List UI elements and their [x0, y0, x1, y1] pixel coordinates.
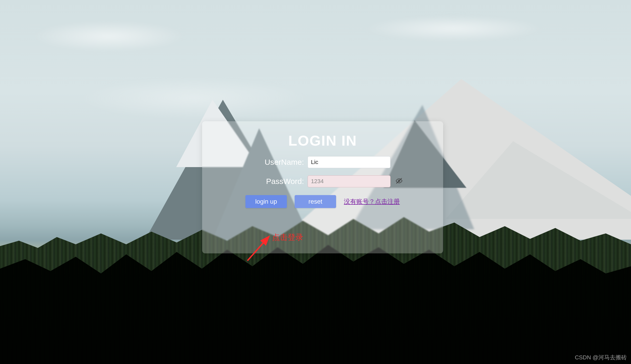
eye-off-icon	[395, 177, 403, 185]
watermark: CSDN @河马去搬砖	[575, 354, 627, 361]
username-row: UserName:	[202, 156, 443, 168]
username-label: UserName:	[255, 158, 304, 167]
password-label: PassWord:	[255, 177, 304, 186]
cloud	[363, 16, 544, 41]
reset-button[interactable]: reset	[295, 195, 336, 208]
login-page: LOGIN IN UserName: PassWord:	[0, 0, 631, 364]
password-input[interactable]	[308, 175, 391, 187]
cloud	[31, 21, 187, 52]
username-input[interactable]	[308, 156, 391, 168]
login-button[interactable]: login up	[245, 195, 287, 208]
toggle-password-visibility[interactable]	[395, 177, 403, 186]
register-link[interactable]: 没有账号？点击注册	[344, 197, 400, 206]
username-input-wrap	[308, 156, 391, 168]
password-row: PassWord:	[202, 175, 443, 187]
button-row: login up reset 没有账号？点击注册	[202, 195, 443, 208]
login-title: LOGIN IN	[202, 132, 443, 149]
login-card: LOGIN IN UserName: PassWord:	[202, 121, 443, 253]
password-input-wrap	[308, 175, 391, 187]
